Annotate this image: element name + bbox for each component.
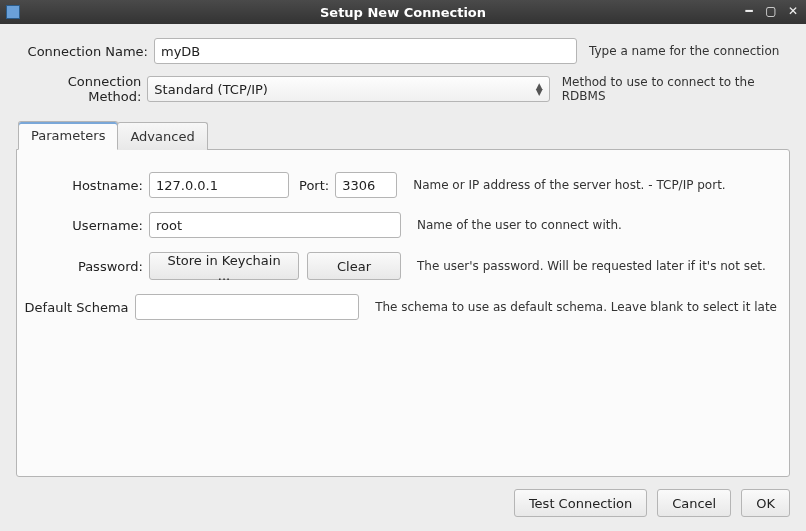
store-keychain-button[interactable]: Store in Keychain ... [149,252,299,280]
titlebar: Setup New Connection ━ ▢ ✕ [0,0,806,24]
connection-name-input[interactable] [154,38,577,64]
dialog-content: Connection Name: Type a name for the con… [0,24,806,531]
connection-method-label: Connection Method: [16,74,141,104]
test-connection-button[interactable]: Test Connection [514,489,647,517]
window-title: Setup New Connection [0,5,806,20]
default-schema-input[interactable] [135,294,360,320]
password-hint: The user's password. Will be requested l… [417,259,766,273]
connection-name-hint: Type a name for the connection [589,44,779,58]
updown-icon: ▲▼ [536,83,543,95]
close-icon[interactable]: ✕ [786,5,800,19]
tabs-header: Parameters Advanced [16,120,790,149]
default-schema-row: Default Schema The schema to use as defa… [17,294,777,320]
default-schema-hint: The schema to use as default schema. Lea… [375,300,777,314]
connection-name-row: Connection Name: Type a name for the con… [16,38,790,64]
connection-method-row: Connection Method: Standard (TCP/IP) ▲▼ … [16,74,790,104]
port-input[interactable] [335,172,397,198]
username-row: Username: Name of the user to connect wi… [17,212,777,238]
connection-method-select[interactable]: Standard (TCP/IP) ▲▼ [147,76,549,102]
minimize-icon[interactable]: ━ [742,5,756,19]
username-label: Username: [17,218,143,233]
tab-panel-parameters: Hostname: Port: Name or IP address of th… [16,149,790,477]
connection-name-label: Connection Name: [16,44,148,59]
dialog-footer: Test Connection Cancel OK [16,477,790,531]
default-schema-label: Default Schema [17,300,129,315]
password-buttons: Store in Keychain ... Clear [149,252,401,280]
window-controls: ━ ▢ ✕ [742,5,800,19]
hostname-row: Hostname: Port: Name or IP address of th… [17,172,777,198]
maximize-icon[interactable]: ▢ [764,5,778,19]
cancel-button[interactable]: Cancel [657,489,731,517]
ok-button[interactable]: OK [741,489,790,517]
connection-method-hint: Method to use to connect to the RDBMS [562,75,790,103]
app-icon [6,5,20,19]
tab-advanced[interactable]: Advanced [117,122,207,150]
hostname-hint: Name or IP address of the server host. -… [413,178,726,192]
hostname-input[interactable] [149,172,289,198]
connection-method-value: Standard (TCP/IP) [154,82,268,97]
tabs-area: Parameters Advanced Hostname: Port: Name… [16,120,790,477]
username-input[interactable] [149,212,401,238]
clear-password-button[interactable]: Clear [307,252,401,280]
username-hint: Name of the user to connect with. [417,218,622,232]
password-label: Password: [17,259,143,274]
tab-parameters[interactable]: Parameters [18,121,118,150]
hostname-label: Hostname: [17,178,143,193]
port-label: Port: [299,178,329,193]
password-row: Password: Store in Keychain ... Clear Th… [17,252,777,280]
